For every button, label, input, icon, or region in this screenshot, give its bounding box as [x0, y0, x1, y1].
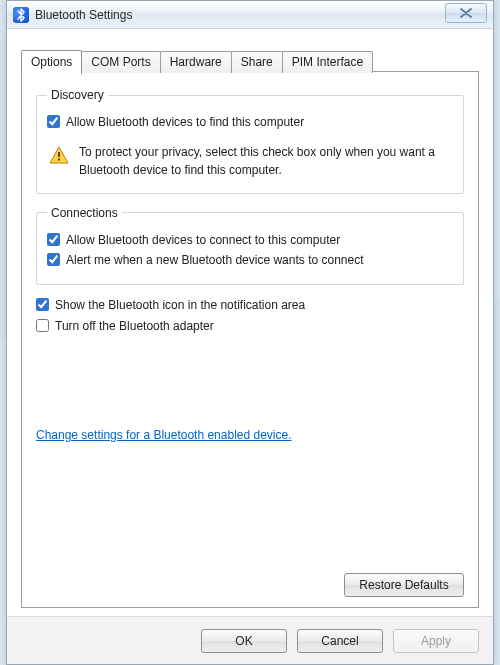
ok-button[interactable]: OK — [201, 629, 287, 653]
bluetooth-settings-dialog: Bluetooth Settings Options COM Ports Har… — [6, 0, 494, 665]
checkbox-allow-find[interactable] — [47, 115, 60, 128]
checkbox-alert-new[interactable] — [47, 253, 60, 266]
label-allow-find[interactable]: Allow Bluetooth devices to find this com… — [66, 114, 304, 130]
label-turn-off-adapter[interactable]: Turn off the Bluetooth adapter — [55, 318, 214, 334]
background-hint — [494, 300, 500, 560]
row-allow-find: Allow Bluetooth devices to find this com… — [47, 114, 453, 130]
label-show-tray-icon[interactable]: Show the Bluetooth icon in the notificat… — [55, 297, 305, 313]
row-turn-off-adapter: Turn off the Bluetooth adapter — [36, 318, 464, 334]
tab-share[interactable]: Share — [231, 51, 283, 73]
button-bar: OK Cancel Apply — [7, 616, 493, 664]
close-button[interactable] — [445, 3, 487, 23]
svg-rect-0 — [58, 152, 60, 157]
client-area: Options COM Ports Hardware Share PIM Int… — [7, 29, 493, 664]
row-show-tray-icon: Show the Bluetooth icon in the notificat… — [36, 297, 464, 313]
warning-icon — [49, 146, 69, 164]
discovery-info: To protect your privacy, select this che… — [49, 144, 451, 179]
close-icon — [459, 8, 473, 18]
group-discovery: Discovery Allow Bluetooth devices to fin… — [36, 88, 464, 194]
tab-com-ports[interactable]: COM Ports — [81, 51, 160, 73]
label-alert-new[interactable]: Alert me when a new Bluetooth device wan… — [66, 252, 364, 268]
row-allow-connect: Allow Bluetooth devices to connect to th… — [47, 232, 453, 248]
tab-options[interactable]: Options — [21, 50, 82, 74]
discovery-info-text: To protect your privacy, select this che… — [79, 144, 439, 179]
row-alert-new: Alert me when a new Bluetooth device wan… — [47, 252, 453, 268]
group-discovery-legend: Discovery — [47, 88, 108, 102]
link-change-settings[interactable]: Change settings for a Bluetooth enabled … — [36, 428, 292, 442]
svg-rect-1 — [58, 159, 60, 161]
titlebar: Bluetooth Settings — [7, 1, 493, 29]
window-title: Bluetooth Settings — [35, 8, 132, 22]
tabpanel-options: Discovery Allow Bluetooth devices to fin… — [21, 71, 479, 608]
checkbox-show-tray-icon[interactable] — [36, 298, 49, 311]
apply-button[interactable]: Apply — [393, 629, 479, 653]
group-connections: Connections Allow Bluetooth devices to c… — [36, 206, 464, 285]
group-connections-legend: Connections — [47, 206, 122, 220]
tab-pim-interface[interactable]: PIM Interface — [282, 51, 373, 73]
tab-hardware[interactable]: Hardware — [160, 51, 232, 73]
tabstrip: Options COM Ports Hardware Share PIM Int… — [21, 49, 372, 73]
checkbox-allow-connect[interactable] — [47, 233, 60, 246]
restore-defaults-row: Restore Defaults — [344, 573, 464, 597]
label-allow-connect[interactable]: Allow Bluetooth devices to connect to th… — [66, 232, 340, 248]
bluetooth-icon — [13, 7, 29, 23]
checkbox-turn-off-adapter[interactable] — [36, 319, 49, 332]
restore-defaults-button[interactable]: Restore Defaults — [344, 573, 464, 597]
cancel-button[interactable]: Cancel — [297, 629, 383, 653]
